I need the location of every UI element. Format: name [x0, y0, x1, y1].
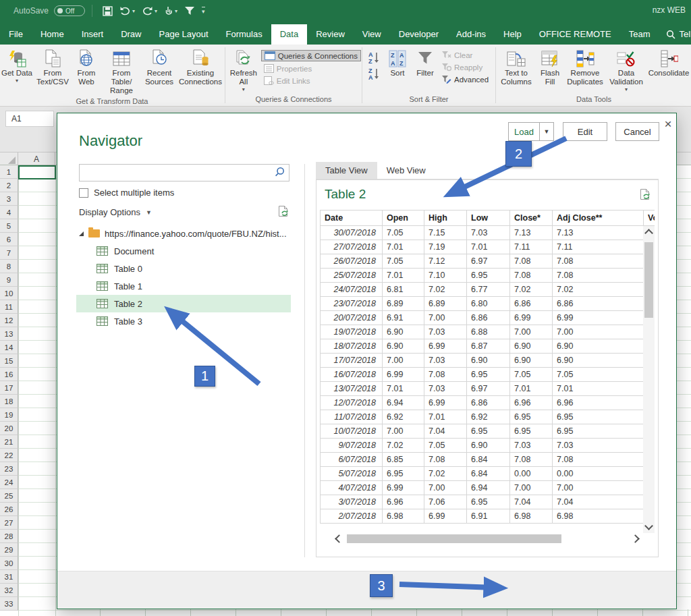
- table-row[interactable]: 17/07/20187.007.036.906.906.90: [321, 354, 655, 368]
- save-button[interactable]: [103, 6, 113, 16]
- tree-root[interactable]: https://finance.yahoo.com/quote/FBU.NZ/h…: [76, 225, 291, 242]
- queries-connections-button[interactable]: Queries & Connections: [261, 50, 361, 61]
- autosave-toggle[interactable]: Off: [54, 5, 85, 16]
- select-multiple-row[interactable]: Select multiple items: [79, 188, 174, 198]
- from-table-range-button[interactable]: From Table/ Range: [101, 47, 142, 96]
- row-header[interactable]: 24: [0, 476, 18, 489]
- row-header[interactable]: 12: [0, 314, 18, 327]
- sort-descending-button[interactable]: ZA: [366, 66, 382, 81]
- table-row[interactable]: 9/07/20187.027.056.907.037.03: [321, 439, 655, 453]
- tab-developer[interactable]: Developer: [390, 24, 447, 45]
- display-options-label[interactable]: Display Options: [79, 207, 140, 217]
- close-button[interactable]: ×: [661, 116, 675, 132]
- table-row[interactable]: 20/07/20186.917.006.866.996.99: [321, 311, 655, 325]
- tab-review[interactable]: Review: [307, 24, 354, 45]
- refresh-all-button[interactable]: Refresh All▾: [226, 47, 261, 93]
- row-header[interactable]: 31: [0, 570, 18, 584]
- row-header[interactable]: 33: [0, 597, 18, 611]
- redo-button[interactable]: ▾: [142, 6, 157, 16]
- table-row[interactable]: 19/07/20186.907.036.887.007.00: [321, 325, 655, 339]
- table-row[interactable]: 27/07/20187.017.197.017.117.11: [321, 240, 655, 254]
- row-header[interactable]: 28: [0, 530, 18, 543]
- from-text-csv-button[interactable]: From Text/CSV: [34, 47, 72, 86]
- scroll-right-icon[interactable]: [631, 534, 640, 543]
- horizontal-scrollbar[interactable]: [320, 534, 655, 544]
- vertical-scrollbar[interactable]: [643, 226, 655, 533]
- redo-caret[interactable]: ▾: [155, 8, 157, 14]
- search-box[interactable]: [79, 164, 289, 181]
- name-box[interactable]: A1: [5, 111, 54, 127]
- table-row[interactable]: 3/07/20186.967.066.957.047.04: [321, 495, 655, 509]
- tab-page-layout[interactable]: Page Layout: [150, 24, 217, 45]
- row-header[interactable]: 13: [0, 327, 18, 341]
- table-row[interactable]: 6/07/20186.857.086.847.087.08: [321, 453, 655, 467]
- refresh-tree-button[interactable]: [278, 205, 289, 219]
- select-multiple-checkbox[interactable]: [79, 188, 88, 198]
- recent-sources-button[interactable]: Recent Sources: [142, 47, 177, 86]
- table-row[interactable]: 4/07/20186.997.006.947.007.00: [321, 481, 655, 495]
- row-header[interactable]: 29: [0, 543, 18, 557]
- table-row[interactable]: 30/07/20187.057.157.037.137.13: [321, 226, 655, 240]
- tree-item-document[interactable]: Document: [76, 242, 291, 260]
- row-header[interactable]: 10: [0, 287, 18, 300]
- load-dropdown-button[interactable]: ▼: [539, 122, 554, 141]
- tab-draw[interactable]: Draw: [112, 24, 150, 45]
- quick-filter-button[interactable]: [184, 6, 195, 16]
- display-options-caret[interactable]: ▼: [146, 209, 152, 216]
- table-row[interactable]: 18/07/20186.906.996.876.906.90: [321, 339, 655, 354]
- tab-table-view[interactable]: Table View: [316, 162, 377, 179]
- cancel-button[interactable]: Cancel: [615, 122, 659, 141]
- row-header[interactable]: 16: [0, 368, 18, 381]
- touch-mode-button[interactable]: ▾: [164, 6, 177, 16]
- consolidate-button[interactable]: Consolidate: [646, 47, 691, 78]
- row-header[interactable]: 18: [0, 395, 18, 408]
- get-data-button[interactable]: Get Data▾: [0, 47, 34, 84]
- row-header[interactable]: 2: [0, 179, 18, 192]
- tab-add-ins[interactable]: Add-ins: [447, 24, 495, 45]
- row-header[interactable]: 26: [0, 503, 18, 516]
- tab-file[interactable]: File: [0, 24, 32, 45]
- tab-view[interactable]: View: [354, 24, 390, 45]
- expander-icon[interactable]: [79, 231, 84, 236]
- filter-button[interactable]: Filter: [412, 47, 439, 78]
- undo-button[interactable]: ▾: [119, 6, 135, 16]
- tell-me[interactable]: Tell me: [659, 24, 691, 45]
- tab-home[interactable]: Home: [32, 24, 73, 45]
- row-header[interactable]: 30: [0, 557, 18, 570]
- tree-item-table-3[interactable]: Table 3: [76, 312, 291, 330]
- table-row[interactable]: 25/07/20187.017.106.957.087.08: [321, 269, 655, 283]
- table-row[interactable]: 12/07/20186.946.996.866.966.96: [321, 396, 655, 410]
- row-header[interactable]: 22: [0, 449, 18, 462]
- horizontal-scroll-thumb[interactable]: [347, 534, 561, 543]
- row-header[interactable]: 6: [0, 233, 18, 246]
- row-header[interactable]: 21: [0, 435, 18, 449]
- row-header[interactable]: 7: [0, 246, 18, 260]
- row-header[interactable]: 11: [0, 300, 18, 314]
- undo-caret[interactable]: ▾: [132, 8, 135, 14]
- sort-ascending-button[interactable]: AZ: [366, 50, 382, 65]
- existing-connections-button[interactable]: Existing Connections: [177, 47, 224, 86]
- tab-office-remote[interactable]: OFFICE REMOTE: [530, 24, 620, 45]
- row-header[interactable]: 15: [0, 354, 18, 368]
- vertical-scroll-thumb[interactable]: [644, 242, 653, 318]
- table-row[interactable]: 2/07/20186.986.996.916.986.98: [321, 509, 655, 524]
- remove-duplicates-button[interactable]: Remove Duplicates: [564, 47, 606, 86]
- row-header[interactable]: 27: [0, 516, 18, 530]
- tab-team[interactable]: Team: [620, 24, 659, 45]
- search-input[interactable]: [80, 165, 275, 181]
- row-header[interactable]: 8: [0, 260, 18, 273]
- row-header[interactable]: 5: [0, 219, 18, 233]
- row-header[interactable]: 23: [0, 462, 18, 476]
- row-header[interactable]: 4: [0, 206, 18, 219]
- row-header[interactable]: 14: [0, 341, 18, 354]
- row-header[interactable]: 19: [0, 408, 18, 422]
- row-header[interactable]: 17: [0, 381, 18, 395]
- table-row[interactable]: 23/07/20186.896.896.806.866.86: [321, 297, 655, 311]
- load-button[interactable]: Load: [508, 122, 539, 141]
- flash-fill-button[interactable]: Flash Fill: [536, 47, 564, 86]
- data-validation-button[interactable]: Data Validation▾: [606, 47, 646, 93]
- row-header[interactable]: 9: [0, 273, 18, 287]
- edit-button[interactable]: Edit: [563, 122, 607, 141]
- refresh-preview-icon[interactable]: [640, 188, 651, 200]
- tab-formulas[interactable]: Formulas: [217, 24, 271, 45]
